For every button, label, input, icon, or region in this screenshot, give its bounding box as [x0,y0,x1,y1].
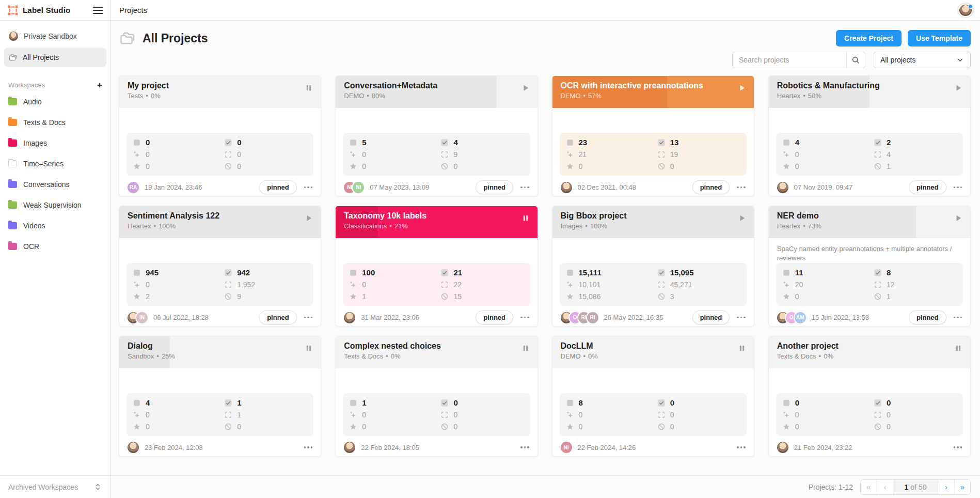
card-menu-button[interactable] [519,184,530,191]
pinned-button[interactable]: pinned [909,180,946,194]
label-studio-logo-icon[interactable] [7,5,19,16]
sidebar-workspace-item[interactable]: Weak Supervision [4,195,106,215]
project-card[interactable]: Dialog Sandbox•25% 4 1 0 1 0 0 [119,336,321,457]
pinned-button[interactable]: pinned [909,310,946,324]
project-card[interactable]: Robotics & Manufacturing Heartex•50% 4 2… [768,75,971,196]
stat-skipped: 15 [440,292,524,301]
pinned-button[interactable]: pinned [692,310,730,324]
play-icon[interactable] [304,213,313,223]
last-page-button[interactable]: » [954,480,970,494]
project-card[interactable]: My project Tests•0% 0 0 0 0 0 0 RA [119,75,321,196]
stat-skipped: 1 [874,162,957,170]
card-menu-button[interactable] [953,315,963,321]
stat-finished-value: 13 [670,138,679,147]
pinned-button[interactable]: pinned [476,310,513,324]
use-template-button[interactable]: Use Template [908,30,971,46]
add-workspace-button[interactable]: + [97,81,102,89]
project-card[interactable]: Conversation+Metadata DEMO•80% 5 4 0 9 0… [335,75,538,196]
sidebar-workspace-item[interactable]: Texts & Docs [4,112,106,133]
card-menu-button[interactable] [303,184,314,191]
play-icon[interactable] [954,83,963,92]
card-menu-button[interactable] [736,444,747,450]
sidebar-workspace-item[interactable]: Time–Series [4,153,106,174]
stat-finished-value: 8 [887,268,891,277]
bullet-separator: • [386,352,388,360]
sidebar-item-all-projects[interactable]: All Projects [4,48,106,67]
stat-annotations: 1,952 [224,281,307,289]
project-stats: 4 1 0 1 0 0 [127,393,313,436]
stat-tasks-value: 1 [362,398,366,407]
sparkles-icon [349,411,357,419]
sidebar-item-private-sandbox[interactable]: Private Sandbox [4,28,106,44]
user-avatar[interactable] [958,4,973,17]
hamburger-menu-icon[interactable] [93,7,103,14]
sidebar-workspace-item[interactable]: Videos [4,215,106,236]
star-icon [566,162,574,170]
pause-icon[interactable] [737,344,747,353]
sparkles-icon [782,150,791,159]
stat-predictions: 0 [349,150,436,159]
card-menu-button[interactable] [736,184,747,191]
prev-page-button[interactable]: ‹ [877,480,893,494]
card-menu-button[interactable] [519,444,530,450]
stat-annotations: 0 [224,150,307,159]
project-filter-select[interactable]: All projects [874,52,971,68]
archived-workspaces-row[interactable]: Archived Workspaces [0,475,110,498]
play-icon[interactable] [737,213,747,223]
pause-icon[interactable] [521,213,530,223]
project-card[interactable]: Another project Texts & Docs•0% 0 0 0 0 … [768,336,971,457]
card-menu-button[interactable] [519,315,530,321]
pinned-button[interactable]: pinned [259,310,297,324]
first-page-button[interactable]: « [861,480,877,494]
pause-icon[interactable] [521,344,530,353]
stat-ground-truths: 0 [133,423,220,431]
play-icon[interactable] [521,83,530,92]
stat-predictions-value: 21 [579,150,587,159]
card-menu-button[interactable] [303,444,314,450]
pinned-button[interactable]: pinned [692,180,730,194]
workspace-name: Time–Series [23,160,64,168]
project-card[interactable]: Big Bbox project Images•100% 15,111 15,0… [552,206,754,326]
sidebar-workspace-item[interactable]: Images [4,133,106,153]
card-menu-button[interactable] [953,184,963,191]
pause-icon[interactable] [304,83,313,92]
play-icon[interactable] [954,213,963,223]
avatar-group: IN [127,311,149,324]
project-description [777,114,962,130]
star-icon [782,423,791,431]
project-title: My project [128,81,304,90]
project-card-body: 8 0 0 0 0 0 NI 22 Feb 2024, 14:26 [552,368,754,456]
pause-icon[interactable] [304,344,313,353]
card-menu-button[interactable] [736,315,747,321]
stat-finished-value: 0 [453,398,457,407]
project-card[interactable]: Sentiment Analysis 122 Heartex•100% 945 … [119,206,321,326]
search-input[interactable] [733,52,846,68]
project-progress-label: 25% [162,352,175,360]
pause-icon[interactable] [954,344,963,353]
sidebar-workspace-item[interactable]: OCR [4,236,106,257]
search-icon[interactable] [846,52,865,68]
play-icon[interactable] [737,83,747,92]
project-card[interactable]: DocLLM DEMO•0% 8 0 0 0 0 0 NI [552,336,754,457]
create-project-button[interactable]: Create Project [836,30,902,46]
project-card[interactable]: Complex nested choices Texts & Docs•0% 1… [335,336,538,457]
stat-ground-truths: 0 [133,162,220,170]
project-title: OCR with interactive preannotations [561,81,737,90]
pinned-button[interactable]: pinned [259,180,297,194]
sidebar-nav: Private Sandbox All Projects Workspaces … [0,21,110,475]
bbox-icon [657,150,666,159]
stat-predictions: 0 [566,411,653,419]
project-subtitle: Texts & Docs•0% [777,352,954,360]
card-menu-button[interactable] [303,315,314,321]
sidebar-workspace-item[interactable]: Conversations [4,174,106,195]
stat-ground-truths: 2 [133,292,220,301]
bbox-icon [874,150,882,159]
next-page-button[interactable]: › [938,480,954,494]
pinned-button[interactable]: pinned [476,180,513,194]
card-menu-button[interactable] [953,444,963,450]
project-card[interactable]: NER demo Heartex•73% SpaCy named entity … [768,206,971,326]
sidebar-workspace-item[interactable]: Audio [4,91,106,112]
bbox-icon [874,281,882,289]
project-card[interactable]: Taxonomy 10k labels Classifications•21% … [335,206,538,326]
project-card[interactable]: OCR with interactive preannotations DEMO… [552,75,754,196]
